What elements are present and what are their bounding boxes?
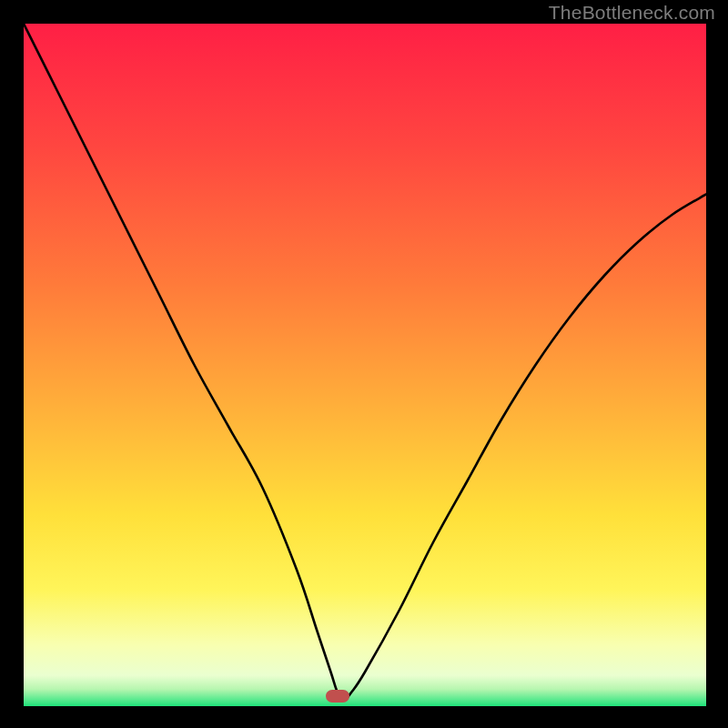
bottleneck-curve (24, 24, 706, 706)
plot-area (24, 24, 706, 706)
watermark-text: TheBottleneck.com (549, 2, 715, 24)
curve-path (24, 24, 706, 700)
chart-frame: TheBottleneck.com bottleneck-curve (0, 0, 728, 728)
minimum-marker (326, 690, 349, 703)
